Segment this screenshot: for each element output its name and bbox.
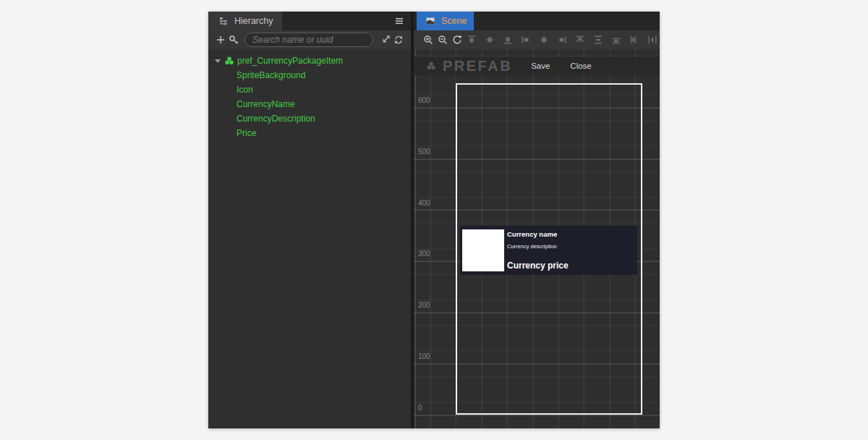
- prefab-mode-title: PREFAB: [443, 58, 512, 75]
- scene-tab-icon: [424, 15, 437, 27]
- ruler-label: 100: [418, 352, 430, 360]
- prefab-bounds-rect: [456, 83, 642, 415]
- add-node-button[interactable]: [214, 34, 227, 46]
- prefab-node-icon: [224, 56, 234, 67]
- hierarchy-tab-label: Hierarchy: [234, 16, 273, 26]
- ruler-label: 300: [418, 250, 430, 258]
- reset-view-icon[interactable]: [452, 33, 462, 46]
- align-top-icon[interactable]: [467, 35, 477, 45]
- distribute-bottom-icon[interactable]: [611, 35, 621, 45]
- tree-item-label: CurrencyDescription: [237, 114, 315, 124]
- scene-tab-label: Scene: [441, 16, 467, 26]
- zoom-in-icon[interactable]: [423, 33, 433, 46]
- search-input[interactable]: [244, 33, 373, 47]
- tree-item-pref_CurrencyPackageItem[interactable]: pref_CurrencyPackageItem: [208, 54, 411, 68]
- scene-canvas[interactable]: Currency name Currency description Curre…: [414, 49, 660, 428]
- scene-panel: Scene Currency name Currency description…: [414, 12, 660, 428]
- canvas-edge-line: [415, 49, 416, 428]
- ruler-label: 0: [418, 404, 422, 412]
- tab-scene[interactable]: Scene: [417, 12, 474, 30]
- search-filter-button[interactable]: [227, 34, 240, 46]
- hierarchy-tree-icon: [217, 15, 230, 27]
- align-center-icon[interactable]: [539, 35, 549, 45]
- tree-item-label: SpriteBackground: [237, 70, 305, 80]
- tree-item-Icon[interactable]: Icon: [208, 82, 411, 97]
- hierarchy-panel: Hierarchy pref_CurrencyPackageItemSprite…: [208, 12, 411, 428]
- tree-item-CurrencyName[interactable]: CurrencyName: [208, 97, 411, 111]
- ruler-label: 600: [418, 96, 430, 104]
- save-button[interactable]: Save: [531, 62, 550, 70]
- tree-item-SpriteBackground[interactable]: SpriteBackground: [208, 68, 411, 82]
- ruler-label: 200: [418, 301, 430, 309]
- ruler-label: 400: [418, 199, 430, 207]
- scene-tabbar: Scene: [414, 12, 660, 30]
- tree-item-label: CurrencyName: [237, 99, 295, 109]
- align-middle-icon[interactable]: [485, 35, 495, 45]
- distribute-top-icon[interactable]: [575, 35, 585, 45]
- prefab-icon: [423, 59, 439, 73]
- zoom-out-icon[interactable]: [438, 33, 448, 46]
- editor-window: Hierarchy pref_CurrencyPackageItemSprite…: [208, 12, 660, 428]
- distribute-middle-icon[interactable]: [593, 35, 603, 45]
- panel-menu-icon[interactable]: [393, 15, 405, 27]
- refresh-button[interactable]: [392, 34, 405, 46]
- distribute-left-icon[interactable]: [629, 35, 639, 45]
- tree-item-label: Icon: [237, 85, 253, 95]
- ruler-label: 500: [418, 148, 430, 156]
- align-left-icon[interactable]: [521, 35, 531, 45]
- close-button[interactable]: Close: [570, 62, 591, 70]
- tree-item-Price[interactable]: Price: [208, 126, 411, 140]
- tree-item-label: Price: [237, 128, 256, 138]
- tree-item-label: pref_CurrencyPackageItem: [237, 56, 343, 66]
- hierarchy-tree: pref_CurrencyPackageItemSpriteBackground…: [208, 49, 411, 428]
- distribute-center-icon[interactable]: [647, 35, 658, 45]
- hierarchy-tabbar: Hierarchy: [208, 12, 411, 30]
- tree-item-CurrencyDescription[interactable]: CurrencyDescription: [208, 111, 411, 126]
- align-bottom-icon[interactable]: [503, 35, 513, 45]
- collapse-all-button[interactable]: [379, 34, 392, 46]
- expand-caret-icon[interactable]: [213, 56, 222, 65]
- hierarchy-toolbar: [208, 30, 411, 49]
- prefab-banner: PREFAB Save Close: [414, 56, 660, 75]
- align-right-icon[interactable]: [557, 35, 567, 45]
- scene-toolbar: [414, 30, 660, 49]
- tab-hierarchy[interactable]: Hierarchy: [208, 12, 282, 30]
